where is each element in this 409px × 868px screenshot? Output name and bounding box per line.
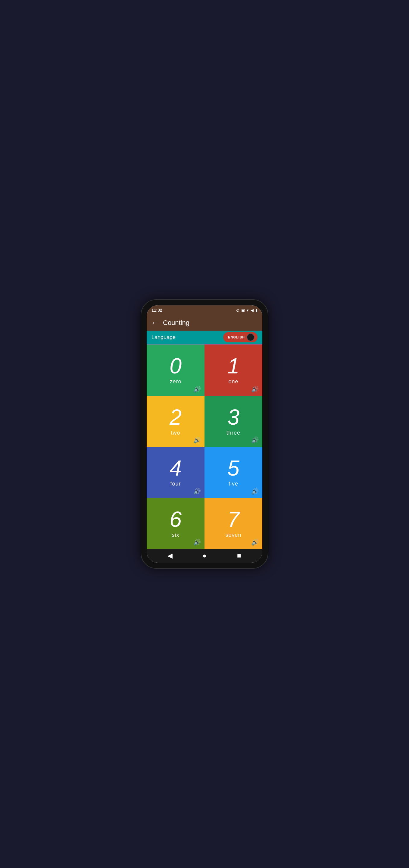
digit-2: 2 [170, 406, 182, 428]
number-tile-7[interactable]: 7 seven 🔊 [205, 498, 262, 549]
status-bar: 11:32 ⊙ ▣ ▾ ◀ ▮ [147, 305, 262, 315]
phone-frame: 11:32 ⊙ ▣ ▾ ◀ ▮ ← Counting Language ENGL… [141, 300, 268, 568]
nav-back-button[interactable]: ◀ [164, 550, 176, 562]
sound-icon-4[interactable]: 🔊 [193, 488, 201, 495]
nav-home-button[interactable]: ● [199, 550, 210, 562]
language-bar: Language ENGLISH [147, 331, 262, 344]
number-tile-6[interactable]: 6 six 🔊 [147, 498, 205, 549]
number-tile-3[interactable]: 3 three 🔊 [205, 396, 262, 447]
sound-icon-2[interactable]: 🔊 [193, 436, 201, 444]
word-five: five [229, 481, 238, 487]
app-title: Counting [163, 319, 190, 327]
signal-icon: ◀ [250, 308, 253, 313]
sd-icon: ▣ [241, 308, 245, 313]
number-tile-1[interactable]: 1 one 🔊 [205, 344, 262, 396]
phone-screen: 11:32 ⊙ ▣ ▾ ◀ ▮ ← Counting Language ENGL… [147, 305, 262, 563]
digit-5: 5 [227, 457, 239, 479]
number-grid: 0 zero 🔊 1 one 🔊 2 two 🔊 3 three 🔊 4 [147, 344, 262, 549]
sound-icon-1[interactable]: 🔊 [251, 385, 259, 393]
sound-icon-6[interactable]: 🔊 [193, 538, 201, 546]
digit-3: 3 [227, 406, 239, 428]
number-tile-0[interactable]: 0 zero 🔊 [147, 344, 205, 396]
word-seven: seven [225, 532, 241, 538]
language-label: Language [151, 334, 176, 341]
digit-7: 7 [227, 508, 239, 530]
battery-icon: ▮ [255, 308, 258, 313]
sound-icon-5[interactable]: 🔊 [251, 488, 259, 495]
number-tile-5[interactable]: 5 five 🔊 [205, 447, 262, 498]
language-toggle[interactable]: ENGLISH [223, 332, 258, 342]
word-one: one [228, 378, 238, 385]
word-two: two [171, 430, 180, 436]
digit-1: 1 [227, 355, 239, 377]
word-three: three [227, 430, 240, 436]
bottom-nav: ◀ ● ■ [147, 549, 262, 563]
app-bar: ← Counting [147, 315, 262, 331]
word-six: six [172, 532, 179, 538]
digit-4: 4 [170, 457, 182, 479]
wifi-icon: ▾ [247, 308, 249, 313]
number-tile-4[interactable]: 4 four 🔊 [147, 447, 205, 498]
status-time: 11:32 [151, 308, 162, 313]
notification-icon: ⊙ [236, 308, 239, 313]
nav-recent-button[interactable]: ■ [233, 550, 245, 562]
sound-icon-3[interactable]: 🔊 [251, 436, 259, 444]
word-four: four [170, 481, 181, 487]
number-tile-2[interactable]: 2 two 🔊 [147, 396, 205, 447]
sound-icon-7[interactable]: 🔊 [251, 538, 259, 546]
sound-icon-0[interactable]: 🔊 [193, 385, 201, 393]
toggle-label: ENGLISH [228, 336, 245, 339]
back-button[interactable]: ← [151, 319, 158, 327]
digit-6: 6 [170, 508, 182, 530]
toggle-knob [247, 333, 254, 341]
status-icons: ⊙ ▣ ▾ ◀ ▮ [236, 308, 258, 313]
digit-0: 0 [170, 355, 182, 377]
word-zero: zero [170, 378, 181, 385]
